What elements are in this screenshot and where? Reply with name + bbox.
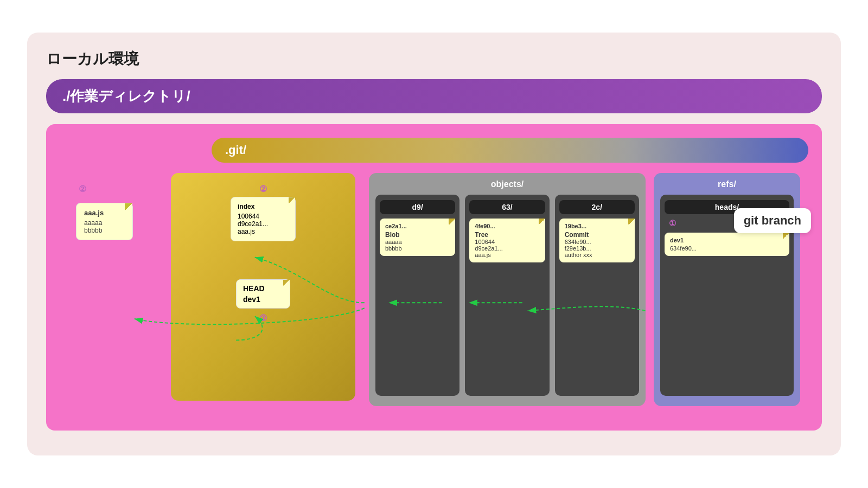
step-1-refs: ① xyxy=(669,219,676,228)
working-file: aaa.js aaaaa bbbbb xyxy=(76,203,133,240)
63-file-id: 4fe90... xyxy=(475,223,539,229)
objects-columns: d9/ ce2a1... Blob aaaaa bbbbb 63/ 4fe90.… xyxy=(375,195,639,396)
63-file-card: 4fe90... Tree 100644 d9ce2a1... aaa.js xyxy=(469,219,545,262)
index-line3: aaa.js xyxy=(238,228,289,235)
working-file-name: aaa.js xyxy=(84,209,125,217)
d9-header: d9/ xyxy=(380,200,455,214)
git-branch-bubble: git branch xyxy=(734,208,811,233)
2c-line3: author xxx xyxy=(565,252,629,258)
d9-type: Blob xyxy=(385,231,450,239)
2c-file-id: 19be3... xyxy=(565,223,629,229)
index-line2: d9ce2a1... xyxy=(238,220,289,228)
63-column: 63/ 4fe90... Tree 100644 d9ce2a1... aaa.… xyxy=(465,195,549,396)
head-card: HEAD dev1 xyxy=(236,279,290,309)
step-2-working: ② xyxy=(79,184,86,194)
d9-file-id: ce2a1... xyxy=(385,223,450,229)
index-title: index xyxy=(238,203,289,210)
2c-type: Commit xyxy=(565,231,629,239)
objects-area: objects/ d9/ ce2a1... Blob aaaaa bbbbb 6… xyxy=(369,173,646,406)
index-card: index 100644 d9ce2a1... aaa.js xyxy=(231,197,296,241)
index-line1: 100644 xyxy=(238,213,289,220)
2c-header: 2c/ xyxy=(559,200,635,214)
pink-area: .git/ ② aaa.js aaaaa bbbbb git checkout … xyxy=(46,124,822,431)
working-file-line2: bbbbb xyxy=(84,227,125,234)
head-area: HEAD dev1 ② xyxy=(236,279,290,323)
2c-line2: f29e13b... xyxy=(565,245,629,252)
63-line2: d9ce2a1... xyxy=(475,245,539,252)
refs-label: refs/ xyxy=(660,179,794,189)
2c-line1: 634fe90... xyxy=(565,239,629,245)
dev1-file-card: dev1 634fe90... xyxy=(665,233,789,256)
d9-column: d9/ ce2a1... Blob aaaaa bbbbb xyxy=(375,195,459,396)
head-value: dev1 xyxy=(243,295,283,304)
head-title: HEAD xyxy=(243,284,283,293)
d9-line2: bbbbb xyxy=(385,245,450,252)
63-line1: 100644 xyxy=(475,239,539,245)
git-dir-bar: .git/ xyxy=(212,138,808,163)
working-dir-bar: ./作業ディレクトリ/ xyxy=(46,79,822,113)
2c-file-card: 19be3... Commit 634fe90... f29e13b... au… xyxy=(559,219,635,262)
63-type: Tree xyxy=(475,231,539,239)
objects-label: objects/ xyxy=(375,179,639,189)
dev1-id: dev1 xyxy=(670,237,784,243)
d9-line1: aaaaa xyxy=(385,239,450,245)
63-header: 63/ xyxy=(469,200,545,214)
inner-yellow-area: ② index 100644 d9ce2a1... aaa.js HEAD de… xyxy=(171,173,355,401)
working-file-line1: aaaaa xyxy=(84,219,125,227)
step-2-index: ② xyxy=(259,184,267,194)
step-2-head: ② xyxy=(236,313,290,323)
2c-column: 2c/ 19be3... Commit 634fe90... f29e13b..… xyxy=(555,195,639,396)
outer-container: ローカル環境 ./作業ディレクトリ/ .git/ ② aaa.js aaaaa … xyxy=(27,33,841,455)
dev1-value: 634fe90... xyxy=(670,245,784,252)
d9-file-card: ce2a1... Blob aaaaa bbbbb xyxy=(380,219,455,256)
63-line3: aaa.js xyxy=(475,252,539,258)
local-env-title: ローカル環境 xyxy=(46,49,822,69)
